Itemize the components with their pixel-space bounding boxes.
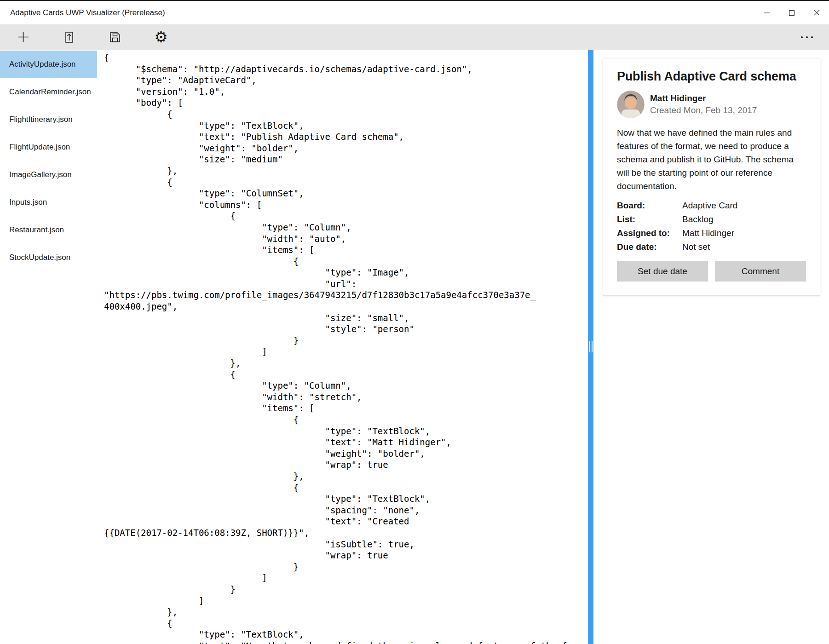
sidebar-item-imagegallery[interactable]: ImageGallery.json	[0, 161, 97, 189]
card-description: Now that we have defined the main rules …	[617, 126, 806, 193]
sidebar-item-flightupdate[interactable]: FlightUpdate.json	[0, 133, 97, 161]
more-button[interactable]	[793, 24, 821, 50]
sidebar-item-flightitinerary[interactable]: FlightItinerary.json	[0, 106, 97, 133]
maximize-icon	[789, 10, 794, 16]
fact-label: Due date:	[617, 240, 682, 254]
fact-set: Board: Adaptive Card List: Backlog Assig…	[617, 199, 806, 254]
add-icon	[17, 31, 29, 43]
title-bar: Adaptive Cards UWP Visualizer (Prereleas…	[0, 1, 829, 24]
fact-label: Board:	[617, 199, 682, 213]
minimize-icon	[764, 10, 770, 16]
minimize-button[interactable]	[754, 1, 779, 24]
more-icon	[801, 36, 803, 38]
person-photo-icon	[617, 91, 645, 118]
main-content: ActivityUpdate.json CalendarReminder.jso…	[0, 50, 829, 644]
fact-row: Due date: Not set	[617, 240, 806, 254]
author-name: Matt Hidinger	[650, 93, 757, 104]
fact-value: Matt Hidinger	[682, 226, 734, 240]
author-block: Matt Hidinger Created Mon, Feb 13, 2017	[617, 91, 806, 118]
new-card-button[interactable]	[6, 24, 40, 50]
set-due-date-button[interactable]: Set due date	[617, 261, 708, 282]
sidebar-item-inputs[interactable]: Inputs.json	[0, 189, 97, 216]
fact-label: List:	[617, 213, 682, 226]
sidebar-item-activityupdate[interactable]: ActivityUpdate.json	[0, 51, 97, 78]
window-title: Adaptive Cards UWP Visualizer (Prereleas…	[0, 8, 165, 17]
json-code[interactable]: { "$schema": "http://adaptivecards.io/sc…	[97, 50, 588, 644]
sidebar-item-calendarreminder[interactable]: CalendarReminder.json	[0, 78, 97, 106]
fact-value: Not set	[682, 240, 710, 254]
toolbar: ⚙	[0, 24, 829, 50]
card-actions: Set due date Comment	[617, 261, 806, 282]
settings-button[interactable]: ⚙	[144, 24, 178, 50]
fact-value: Backlog	[682, 213, 714, 226]
fact-row: Board: Adaptive Card	[617, 199, 806, 213]
sidebar-item-restaurant[interactable]: Restaurant.json	[0, 216, 97, 244]
open-file-icon	[62, 30, 76, 44]
fact-row: Assigned to: Matt Hidinger	[617, 226, 806, 240]
file-list: ActivityUpdate.json CalendarReminder.jso…	[0, 50, 97, 644]
card-title: Publish Adaptive Card schema	[617, 69, 806, 84]
card-preview-pane: Publish Adaptive Card schema	[593, 50, 829, 644]
created-date: Created Mon, Feb 13, 2017	[650, 105, 757, 115]
close-icon	[814, 10, 820, 16]
fact-row: List: Backlog	[617, 213, 806, 226]
open-file-button[interactable]	[52, 24, 86, 50]
comment-button[interactable]: Comment	[715, 261, 806, 282]
close-button[interactable]	[804, 1, 829, 24]
settings-icon: ⚙	[154, 29, 168, 45]
save-button[interactable]	[98, 24, 132, 50]
json-editor-pane: { "$schema": "http://adaptivecards.io/sc…	[97, 50, 588, 644]
fact-label: Assigned to:	[617, 226, 682, 240]
app-window: Adaptive Cards UWP Visualizer (Prereleas…	[0, 0, 829, 644]
splitter-grip-icon	[589, 341, 593, 352]
save-icon	[109, 31, 121, 44]
fact-value: Adaptive Card	[682, 199, 737, 213]
pane-splitter[interactable]	[588, 50, 593, 644]
adaptive-card: Publish Adaptive Card schema	[603, 58, 820, 296]
window-controls	[754, 1, 829, 24]
author-text: Matt Hidinger Created Mon, Feb 13, 2017	[650, 93, 757, 115]
avatar	[617, 91, 645, 118]
sidebar-item-stockupdate[interactable]: StockUpdate.json	[0, 244, 97, 271]
maximize-button[interactable]	[779, 1, 804, 24]
